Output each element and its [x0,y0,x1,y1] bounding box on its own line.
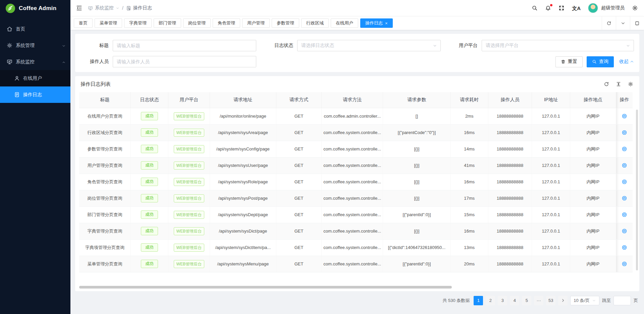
operator-input[interactable] [117,59,252,64]
cell-title: 菜单管理分页查询 [79,256,130,272]
next-page-button[interactable] [558,296,568,305]
status-badge: 成功 [141,194,158,202]
refresh-page-icon[interactable] [602,16,616,30]
tab-菜单管理[interactable]: 菜单管理 [95,18,122,28]
row-height-icon[interactable] [616,81,621,87]
submenu-system-monitor: 在线用户 操作日志 [0,70,70,103]
menu-fold-icon[interactable] [76,5,83,11]
cell-method: GET [276,223,321,239]
query-button[interactable]: 查询 [587,56,614,67]
tab-在线用户[interactable]: 在线用户 [331,18,358,28]
cell-method: GET [276,108,321,124]
cell-url: /api/system/sysDict/page [210,223,276,239]
tab-label: 菜单管理 [100,20,117,26]
refresh-table-icon[interactable] [604,81,609,87]
tab-label: 字典管理 [129,20,147,26]
sidebar-item-label: 操作日志 [23,92,42,98]
sidebar-item-label: 首页 [16,26,25,32]
leaf-logo-icon [5,3,15,13]
user-menu[interactable]: 超级管理员 [588,3,625,13]
cell-url: /api/system/sysDictItem/pa... [210,239,276,256]
page-button-3[interactable]: 3 [498,296,507,305]
sidebar-item-system-monitor[interactable]: 系统监控 [0,54,70,70]
tab-参数管理[interactable]: 参数管理 [272,18,299,28]
sidebar-item-online-users[interactable]: 在线用户 [0,70,70,86]
cell-status: 成功 [130,108,168,124]
page-button-5[interactable]: 5 [522,296,531,305]
tab-字典管理[interactable]: 字典管理 [124,18,152,28]
view-detail-icon[interactable] [622,195,627,201]
cell-handler: com.coffee.system.controlle... [322,239,383,256]
tab-close-icon[interactable]: × [385,21,388,25]
cell-params: [{}] [383,223,450,239]
reset-button[interactable]: 重置 [555,56,583,67]
view-detail-icon[interactable] [622,212,627,217]
cell-status: 成功 [130,256,168,272]
fullscreen-icon[interactable] [558,5,565,11]
tab-首页[interactable]: 首页 [74,18,93,28]
column-header-请求耗时: 请求耗时 [450,92,488,108]
tab-用户管理[interactable]: 用户管理 [242,18,270,28]
pagination-bar: 共 530 条数据 12345···53 10 条/页 跳至 页 [75,296,639,305]
sidebar-item-system-management[interactable]: 系统管理 [0,37,70,54]
jump-page-input[interactable] [613,296,631,305]
table-row: 用户管理分页查询成功WEB管理后台/api/system/sysUser/pag… [79,157,633,174]
view-detail-icon[interactable] [622,245,627,250]
page-button-2[interactable]: 2 [486,296,495,305]
trash-icon [561,59,566,64]
tab-行政区域[interactable]: 行政区域 [301,18,329,28]
title-input[interactable] [117,43,252,48]
view-detail-icon[interactable] [622,130,627,135]
collapse-form-link[interactable]: 收起 [619,59,634,65]
cell-handler: com.coffee.system.controlle... [322,157,383,174]
table-row: 角色管理分页查询成功WEB管理后台/api/system/sysRole/pag… [79,174,633,190]
cell-platform: WEB管理后台 [168,206,210,223]
search-icon[interactable] [532,5,538,11]
page-button-1[interactable]: 1 [474,296,483,305]
view-detail-icon[interactable] [622,228,627,234]
cell-method: GET [276,174,321,190]
cell-location: 内网IP [570,239,616,256]
field-title: 标题 [80,40,265,51]
page-settings-icon[interactable] [632,5,638,11]
view-detail-icon[interactable] [622,113,627,119]
column-header-操作地点: 操作地点 [570,92,616,108]
log-table: 标题日志状态用户平台请求地址请求方式请求方法请求参数请求耗时操作人员IP地址操作… [75,92,639,272]
sidebar-item-home[interactable]: 首页 [0,21,70,37]
view-detail-icon[interactable] [622,146,627,152]
app-logo[interactable]: Coffee Admin [0,0,70,17]
column-settings-icon[interactable] [628,81,633,87]
content-maximize-icon[interactable] [630,16,644,30]
platform-badge: WEB管理后台 [174,260,204,268]
sidebar-item-operation-log[interactable]: 操作日志 [0,86,70,103]
view-detail-icon[interactable] [622,163,627,168]
cell-operator: 18888888888 [488,108,532,124]
translate-icon[interactable]: 文A [572,6,581,11]
tab-操作日志[interactable]: 操作日志× [360,18,393,28]
page-button-53[interactable]: 53 [546,296,555,305]
notification-bell-icon[interactable] [545,5,551,11]
log-status-select[interactable]: 请选择日志状态 [297,40,441,51]
page-button-4[interactable]: 4 [510,296,519,305]
table-card: 操作日志列表 标题日志状 [75,76,639,291]
tab-岗位管理[interactable]: 岗位管理 [183,18,211,28]
user-platform-label: 用户平台 [449,43,482,49]
tab-角色管理[interactable]: 角色管理 [213,18,240,28]
tab-menu-chevron-icon[interactable] [616,16,630,30]
cell-params: [] [383,108,450,124]
tab-label: 用户管理 [247,20,265,26]
cell-actions [616,223,633,239]
cell-ip: 127.0.0.1 [532,124,570,141]
breadcrumb-section[interactable]: 系统监控 [88,5,119,11]
page-size-select[interactable]: 10 条/页 [570,296,599,305]
platform-badge: WEB管理后台 [174,244,204,252]
vertical-scrollbar-thumb[interactable] [636,110,638,270]
horizontal-scrollbar-thumb[interactable] [79,286,452,289]
user-platform-select[interactable]: 请选择用户平台 [482,40,634,51]
view-detail-icon[interactable] [622,179,627,185]
breadcrumb-page-label: 操作日志 [133,5,152,11]
tab-部门管理[interactable]: 部门管理 [154,18,181,28]
cell-status: 成功 [130,190,168,206]
more-pages-indicator[interactable]: ··· [534,296,543,305]
view-detail-icon[interactable] [622,261,627,267]
